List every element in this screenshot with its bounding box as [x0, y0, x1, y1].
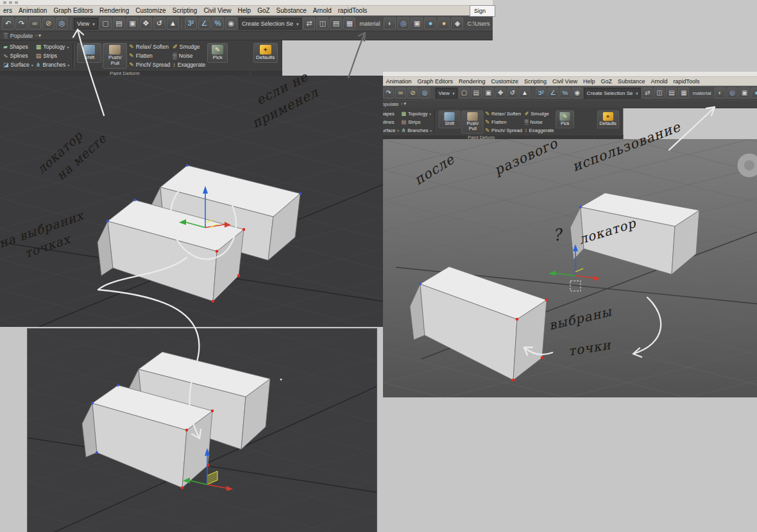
rendered-frame-icon[interactable]: ▣	[739, 87, 750, 98]
align-icon[interactable]: ◫	[316, 17, 328, 29]
ribbon-tool[interactable]: ▰Shapes	[383, 110, 399, 117]
ribbon-tool[interactable]: ▤Strips	[402, 119, 432, 126]
ribbon-tool[interactable]: ✎Relax/ Soften	[129, 43, 170, 51]
redo-icon[interactable]: ↷	[383, 87, 394, 98]
menu-item[interactable]: Arnold	[310, 7, 335, 14]
pick-button[interactable]: Pick	[207, 43, 228, 63]
menu-item[interactable]: Graph Editors	[414, 78, 456, 85]
render-icon[interactable]: ●	[424, 17, 436, 29]
menu-item[interactable]: Civil View	[200, 7, 234, 14]
percent-snap-icon[interactable]: %	[559, 87, 570, 98]
select-region-icon[interactable]: ▣	[126, 17, 139, 29]
percent-snap-icon[interactable]: %	[212, 17, 224, 29]
menu-item[interactable]: Rendering	[96, 7, 132, 14]
menu-item[interactable]: Graph Editors	[50, 7, 96, 14]
spinner-snap-icon[interactable]: ◉	[572, 87, 583, 98]
menu-item[interactable]: Help	[235, 7, 255, 14]
ribbon-tool[interactable]: ∿Splines	[383, 119, 399, 126]
select-by-name-icon[interactable]: ▤	[471, 87, 482, 98]
ribbon-tool[interactable]: ◪Surface▾	[383, 127, 399, 134]
unlink-icon[interactable]: ⊘	[42, 17, 55, 29]
tab-populate[interactable]: Populate	[10, 33, 33, 39]
reference-coordinate-dropdown[interactable]: View	[436, 88, 457, 98]
menu-item[interactable]: Animation	[15, 7, 50, 14]
material-editor-icon[interactable]: ◐	[715, 87, 726, 98]
named-selection-dropdown[interactable]: Create Selection Se	[239, 18, 302, 29]
ribbon-tool[interactable]: ◪Surface▾	[3, 61, 33, 69]
ribbon-tool[interactable]: ▦Topology▾	[402, 110, 432, 117]
mirror-icon[interactable]: ⇄	[303, 17, 315, 29]
populate-tools-icon[interactable]: ◦	[401, 101, 403, 106]
mirror-icon[interactable]: ⇄	[642, 87, 653, 98]
select-scale-icon[interactable]: ▲	[167, 17, 179, 29]
viewport-bottom[interactable]	[27, 328, 377, 532]
snaps-toggle-icon[interactable]: 3²	[185, 17, 197, 29]
ribbon-tool[interactable]: ↕Exaggerate	[525, 127, 554, 134]
select-move-icon[interactable]: ✥	[140, 17, 152, 29]
angle-snap-icon[interactable]: ∠	[547, 87, 558, 98]
unlink-icon[interactable]: ⊘	[407, 87, 418, 98]
select-move-icon[interactable]: ✥	[495, 87, 506, 98]
align-icon[interactable]: ◫	[654, 87, 665, 98]
render-setup-icon[interactable]: ◎	[727, 87, 738, 98]
layer-manager-icon[interactable]: ▤	[330, 17, 342, 29]
redo-icon[interactable]: ↷	[15, 17, 28, 29]
menu-item[interactable]: Rendering	[455, 78, 488, 85]
menu-item[interactable]: Scripting	[169, 7, 200, 14]
shift-button[interactable]: Shift	[439, 110, 461, 128]
ribbon-tool[interactable]: ✐Smudge	[525, 110, 554, 117]
select-by-name-icon[interactable]: ▤	[113, 17, 125, 29]
push-pull-button[interactable]: Push/ Pull	[103, 43, 127, 69]
defaults-button[interactable]: Defaults	[253, 43, 278, 63]
undo-icon[interactable]: ↶	[2, 17, 14, 29]
rendered-frame-icon[interactable]: ▣	[411, 17, 423, 29]
ribbon-tool[interactable]: ✎Relax/ Soften	[486, 110, 523, 117]
angle-snap-icon[interactable]: ∠	[198, 17, 210, 29]
menu-item[interactable]: Customize	[132, 7, 169, 14]
ribbon-tool[interactable]: ↕Exaggerate	[173, 61, 205, 69]
push-pull-button[interactable]: Push/ Pull	[462, 110, 484, 133]
render-setup-icon[interactable]: ◎	[397, 17, 409, 29]
select-link-icon[interactable]: ∞	[29, 17, 41, 29]
select-object-icon[interactable]: ▢	[99, 17, 112, 29]
ribbon-tool[interactable]: ∿Splines	[3, 52, 33, 60]
select-link-icon[interactable]: ∞	[395, 87, 406, 98]
tab-populate[interactable]: Populate	[383, 101, 398, 106]
bind-to-spacewarp-icon[interactable]: ◎	[56, 17, 68, 29]
menu-item[interactable]: Animation	[383, 78, 414, 85]
select-scale-icon[interactable]: ▲	[519, 87, 530, 98]
ribbon-tool[interactable]: ✎Pinch/ Spread	[486, 127, 523, 134]
graph-editor-icon[interactable]: ▦	[678, 87, 689, 98]
menu-item[interactable]: Substance	[273, 7, 310, 14]
populate-tools-icon[interactable]: ◦	[35, 33, 37, 38]
select-region-icon[interactable]: ▣	[483, 87, 494, 98]
viewport-main[interactable]	[0, 76, 383, 327]
ribbon-tool[interactable]: ✎Pinch/ Spread	[129, 61, 170, 69]
menu-item[interactable]: Customize	[488, 78, 522, 85]
menu-item[interactable]: rapidTools	[335, 7, 371, 14]
menu-item[interactable]: Help	[580, 78, 598, 85]
snaps-toggle-icon[interactable]: 3²	[535, 87, 546, 98]
pick-button[interactable]: Pick	[556, 110, 574, 128]
select-rotate-icon[interactable]: ↺	[153, 17, 166, 29]
shift-button[interactable]: Shift	[77, 43, 101, 63]
ribbon-tool[interactable]: ▰Shapes	[3, 43, 33, 51]
ribbon-tool[interactable]: ⋔Branches▾	[36, 61, 69, 69]
ribbon-tool[interactable]: ▦Topology▾	[36, 43, 69, 51]
menu-item[interactable]: Substance	[615, 78, 648, 85]
ribbon-tool[interactable]: ✎Flatten	[129, 52, 170, 60]
menu-item[interactable]: Arnold	[648, 78, 670, 85]
menu-item[interactable]: Civil View	[550, 78, 581, 85]
ribbon-tool[interactable]: ⋔Branches▾	[402, 127, 432, 134]
workspace-icon[interactable]: ▒	[4, 33, 8, 38]
menu-item[interactable]: GoZ	[254, 7, 273, 14]
sign-in-button[interactable]: Sign	[470, 5, 495, 17]
select-rotate-icon[interactable]: ↺	[507, 87, 518, 98]
layer-manager-icon[interactable]: ▤	[666, 87, 677, 98]
render-icon[interactable]: ●	[751, 87, 757, 98]
select-object-icon[interactable]: ▢	[459, 87, 470, 98]
arnold-render-icon[interactable]: ●	[438, 17, 450, 29]
defaults-button[interactable]: Defaults	[597, 110, 619, 128]
dropdown-caret-icon[interactable]: ▾	[404, 101, 406, 106]
ribbon-tool[interactable]: ▤Strips	[36, 52, 69, 60]
